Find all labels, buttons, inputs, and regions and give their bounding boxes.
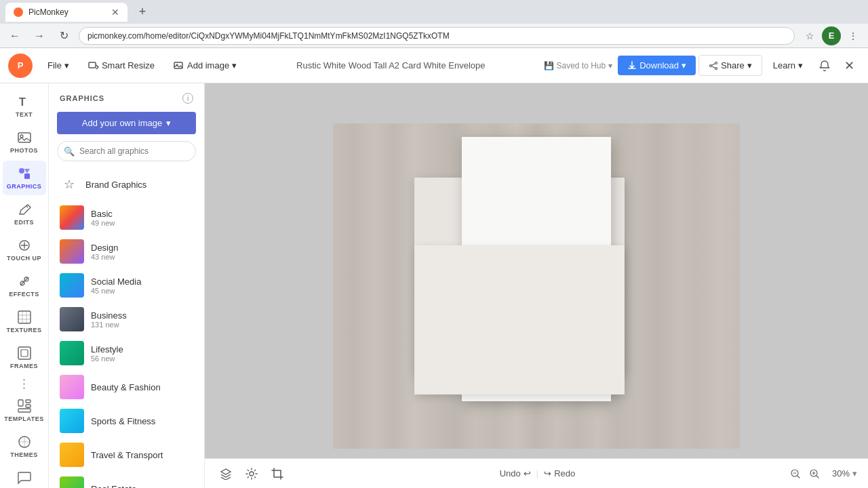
- address-bar[interactable]: picmonkey.com/home/editor/CiQxNDgxYWMyMi…: [79, 27, 795, 45]
- category-item-sports[interactable]: Sports & Fitness: [49, 404, 204, 438]
- canvas-area[interactable]: Undo ↩ | ↪ Redo: [205, 83, 868, 488]
- more-options-dots[interactable]: [23, 376, 25, 392]
- svg-point-6: [715, 67, 717, 69]
- forward-button[interactable]: →: [30, 26, 49, 45]
- category-item-social[interactable]: Social Media 45 new: [49, 268, 204, 302]
- category-item-basic[interactable]: Basic 49 new: [49, 201, 204, 235]
- close-button[interactable]: ✕: [838, 55, 860, 77]
- category-thumb-travel: [60, 443, 84, 467]
- zoom-out-icon: [791, 469, 800, 479]
- search-box: 🔍: [57, 141, 196, 161]
- category-item-travel[interactable]: Travel & Transport: [49, 438, 204, 472]
- download-button[interactable]: Download ▾: [618, 56, 696, 75]
- settings-icon: [245, 468, 258, 480]
- themes-icon: [17, 434, 32, 449]
- svg-text:P: P: [18, 60, 24, 70]
- category-thumb-sports: [60, 409, 84, 433]
- category-item-business[interactable]: Business 131 new: [49, 302, 204, 336]
- sidebar-item-touch-up[interactable]: TOUCH UP: [3, 232, 46, 267]
- bottom-toolbar: Undo ↩ | ↪ Redo: [205, 458, 868, 488]
- file-menu-button[interactable]: File ▾: [41, 56, 76, 75]
- top-toolbar: P File ▾ Smart Resize Add image ▾ Rustic…: [0, 48, 868, 83]
- svg-rect-21: [26, 400, 31, 403]
- comments-icon: [17, 470, 32, 485]
- envelope-front: [414, 245, 625, 394]
- saved-status[interactable]: 💾 Saved to Hub ▾: [544, 61, 613, 70]
- text-icon: T: [17, 94, 32, 109]
- refresh-button[interactable]: ↻: [54, 26, 73, 45]
- canvas-background: [333, 123, 740, 449]
- profile-icon[interactable]: E: [822, 26, 841, 45]
- sidebar-item-text[interactable]: T TEXT: [3, 89, 46, 123]
- zoom-in-button[interactable]: [806, 466, 823, 482]
- sidebar-item-templates[interactable]: TEMPLATES: [3, 393, 46, 428]
- zoom-dropdown-icon[interactable]: ▾: [852, 468, 857, 479]
- back-button[interactable]: ←: [5, 26, 24, 45]
- undo-icon[interactable]: ↩: [524, 468, 531, 479]
- photos-icon: [17, 130, 32, 145]
- add-own-image-button[interactable]: Add your own image ▾: [57, 112, 196, 134]
- svg-text:T: T: [19, 96, 26, 108]
- templates-icon: [17, 399, 32, 413]
- share-icon: [709, 61, 718, 70]
- category-item-realestate[interactable]: Real Estate: [49, 472, 204, 488]
- svg-rect-22: [18, 409, 31, 412]
- touch-up-icon: [17, 238, 32, 253]
- crop-icon: [271, 468, 283, 480]
- sidebar-item-graphics[interactable]: GRAPHICS: [3, 161, 46, 195]
- notification-button[interactable]: [814, 55, 835, 77]
- new-tab-button[interactable]: +: [133, 3, 152, 22]
- svg-rect-2: [89, 62, 96, 68]
- search-icon: 🔍: [64, 146, 75, 157]
- search-input[interactable]: [57, 141, 196, 161]
- smart-resize-icon: [88, 60, 99, 71]
- graphics-panel: GRAPHICS i Add your own image ▾ 🔍 ☆ Bran…: [49, 83, 205, 488]
- svg-rect-20: [18, 400, 23, 406]
- svg-point-25: [250, 472, 254, 476]
- category-thumb-business: [60, 307, 84, 331]
- crop-button[interactable]: [267, 464, 288, 484]
- undo-button[interactable]: Undo: [500, 468, 521, 479]
- panel-info-button[interactable]: i: [182, 93, 193, 104]
- category-item-design[interactable]: Design 43 new: [49, 235, 204, 268]
- sidebar-item-themes[interactable]: THEMES: [3, 429, 46, 464]
- tab-close-button[interactable]: ✕: [111, 7, 119, 18]
- sidebar-item-frames[interactable]: FRAMES: [3, 340, 46, 375]
- category-thumb-basic: [60, 205, 84, 230]
- redo-button[interactable]: Redo: [554, 468, 575, 479]
- sidebar-item-edits[interactable]: EDITS: [3, 197, 46, 231]
- category-thumb-lifestyle: [60, 341, 84, 365]
- svg-point-5: [715, 62, 717, 64]
- add-image-button[interactable]: Add image ▾: [167, 56, 243, 75]
- sidebar-item-effects[interactable]: EFFECTS: [3, 268, 46, 303]
- sidebar-item-photos[interactable]: PHOTOS: [3, 125, 46, 159]
- layers-button[interactable]: [216, 464, 236, 484]
- zoom-control: 30% ▾: [787, 466, 857, 482]
- sidebar-item-comments[interactable]: COMMENTS: [3, 465, 46, 488]
- brand-graphics-item[interactable]: ☆ Brand Graphics: [49, 168, 204, 201]
- panel-title: GRAPHICS: [60, 94, 104, 102]
- logo[interactable]: P: [8, 54, 33, 78]
- share-button[interactable]: Share ▾: [698, 55, 762, 76]
- category-thumb-beauty: [60, 375, 84, 399]
- document-title: Rustic White Wood Tall A2 Card White Env…: [249, 60, 532, 70]
- zoom-in-icon: [810, 469, 819, 479]
- tab-favicon: [14, 7, 23, 17]
- extensions-icon[interactable]: ⋮: [844, 26, 863, 45]
- bookmark-icon[interactable]: ☆: [800, 26, 819, 45]
- learn-button[interactable]: Learn ▾: [765, 56, 811, 75]
- smart-resize-button[interactable]: Smart Resize: [81, 56, 161, 75]
- category-item-beauty[interactable]: Beauty & Fashion: [49, 370, 204, 404]
- redo-icon[interactable]: ↪: [544, 468, 551, 479]
- graphics-icon: [17, 166, 32, 181]
- svg-point-11: [19, 168, 24, 174]
- browser-tab[interactable]: PicMonkey ✕: [5, 3, 127, 22]
- zoom-level[interactable]: 30%: [825, 468, 850, 479]
- category-item-lifestyle[interactable]: Lifestyle 56 new: [49, 336, 204, 370]
- settings-button[interactable]: [241, 464, 262, 484]
- sidebar-item-textures[interactable]: TEXTURES: [3, 304, 46, 339]
- zoom-out-button[interactable]: [787, 466, 804, 482]
- svg-rect-19: [21, 350, 28, 357]
- textures-icon: [17, 310, 32, 325]
- undo-redo-controls: Undo ↩ | ↪ Redo: [500, 468, 576, 479]
